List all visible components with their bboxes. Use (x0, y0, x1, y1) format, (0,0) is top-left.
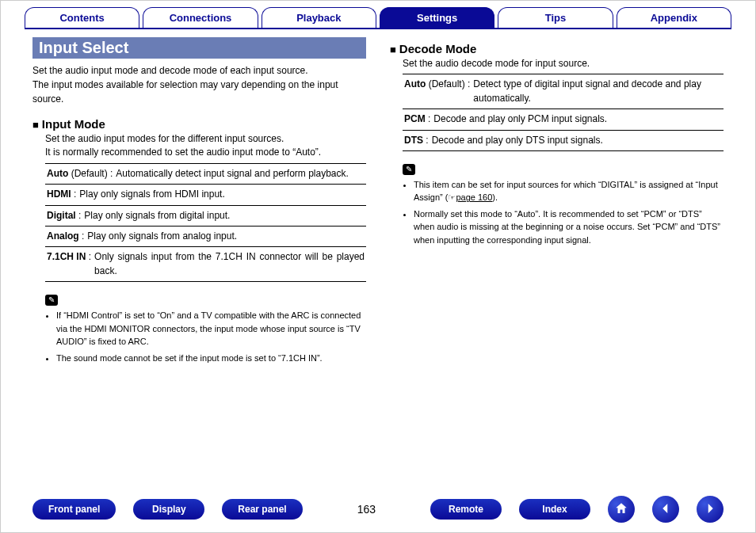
option-desc: Play only signals from analog input. (87, 230, 365, 243)
home-button[interactable] (608, 496, 635, 523)
next-button[interactable] (697, 496, 724, 523)
display-button[interactable]: Display (133, 499, 204, 520)
option-dts: DTS : Decode and play only DTS input sig… (403, 131, 724, 151)
note-item: If “HDMI Control” is set to “On” and a T… (56, 309, 366, 348)
input-mode-heading: Input Mode (32, 117, 366, 131)
option-digital: Digital : Play only signals from digital… (45, 206, 366, 227)
note-item: Normally set this mode to “Auto”. It is … (414, 207, 724, 247)
option-name: DTS (404, 134, 423, 147)
input-mode-desc: Set the audio input modes for the differ… (45, 132, 366, 160)
note-item: The sound mode cannot be set if the inpu… (56, 352, 366, 365)
option-desc: Decode and play only DTS input signals. (432, 134, 722, 147)
option-auto: Auto (Default) : Automatically detect in… (45, 164, 366, 185)
left-column: Input Select Set the audio input mode an… (32, 37, 366, 367)
tab-contents[interactable]: Contents (25, 7, 139, 28)
front-panel-button[interactable]: Front panel (32, 499, 116, 520)
tab-playback[interactable]: Playback (262, 7, 376, 28)
option-desc: Decode and play only PCM input signals. (433, 112, 722, 126)
option-desc: Automatically detect input signal and pe… (116, 167, 365, 181)
input-mode-notes: If “HDMI Control” is set to “On” and a T… (45, 309, 366, 364)
tab-appendix[interactable]: Appendix (617, 7, 731, 28)
note-icon: ✎ (45, 295, 58, 306)
option-hdmi: HDMI : Play only signals from HDMI input… (45, 185, 366, 205)
option-name: HDMI (47, 188, 71, 201)
option-name: Digital (47, 209, 76, 223)
option-desc: Play only signals from HDMI input. (79, 188, 365, 201)
option-desc: Play only signals from digital input. (84, 209, 365, 223)
tab-tips[interactable]: Tips (498, 7, 613, 28)
page-link-160[interactable]: page 160 (456, 192, 492, 202)
option-name: Auto (404, 78, 426, 105)
option-desc: Detect type of digital input signal and … (473, 78, 722, 105)
tab-connections[interactable]: Connections (143, 7, 258, 28)
arrow-left-icon (659, 501, 673, 518)
index-button[interactable]: Index (519, 499, 590, 520)
option-desc: Only signals input from the 7.1CH IN con… (94, 250, 365, 278)
home-icon (614, 501, 628, 518)
top-tabs: Contents Connections Playback Settings T… (1, 1, 755, 28)
note-icon: ✎ (403, 164, 415, 175)
decode-mode-heading: Decode Mode (390, 42, 724, 55)
prev-button[interactable] (652, 496, 679, 523)
option-auto: Auto (Default) : Detect type of digital … (403, 74, 724, 109)
tabs-underline (25, 28, 731, 29)
tab-settings[interactable]: Settings (380, 7, 494, 28)
footer: Front panel Display Rear panel 163 Remot… (1, 496, 755, 523)
page-number: 163 (350, 503, 382, 516)
right-column: Decode Mode Set the audio decode mode fo… (390, 37, 724, 367)
input-mode-options: Auto (Default) : Automatically detect in… (45, 163, 366, 282)
option-pcm: PCM : Decode and play only PCM input sig… (403, 109, 724, 130)
remote-button[interactable]: Remote (430, 499, 502, 520)
decode-mode-notes: This item can be set for input sources f… (403, 178, 724, 247)
decode-mode-options: Auto (Default) : Detect type of digital … (403, 74, 724, 151)
arrow-right-icon (703, 501, 717, 518)
rear-panel-button[interactable]: Rear panel (222, 499, 302, 520)
note-item: This item can be set for input sources f… (414, 178, 724, 204)
option-analog: Analog : Play only signals from analog i… (45, 227, 366, 247)
option-71ch: 7.1CH IN : Only signals input from the 7… (45, 247, 366, 282)
option-name: Auto (47, 167, 68, 181)
decode-mode-desc: Set the audio decode mode for input sour… (403, 57, 724, 70)
option-name: PCM (404, 112, 426, 126)
title-intro: Set the audio input mode and decode mode… (32, 63, 366, 106)
option-name: Analog (47, 230, 79, 243)
footer-left: Front panel Display Rear panel (32, 499, 303, 520)
content: Input Select Set the audio input mode an… (1, 37, 755, 367)
option-name: 7.1CH IN (47, 250, 86, 278)
footer-right: Remote Index (430, 496, 724, 523)
page-title: Input Select (32, 37, 366, 59)
